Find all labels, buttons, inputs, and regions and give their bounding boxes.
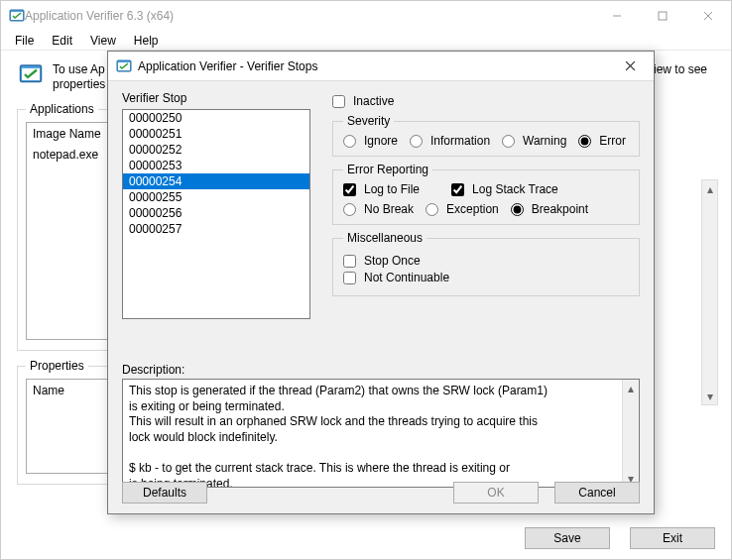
stop-option[interactable]: 00000256	[123, 205, 309, 221]
dialog-close-button[interactable]	[608, 53, 652, 80]
miscellaneous-group: Miscellaneous Stop Once Not Continuable	[332, 231, 640, 296]
applications-legend: Applications	[26, 102, 98, 116]
save-button[interactable]: Save	[525, 527, 610, 549]
no-break-label: No Break	[364, 202, 414, 216]
stop-option[interactable]: 00000257	[123, 221, 309, 237]
description-text: This stop is generated if the thread (Pa…	[123, 380, 622, 487]
properties-header: Name	[33, 384, 64, 397]
description-scrollbar[interactable]: ▴ ▾	[622, 380, 639, 487]
severity-ignore-label: Ignore	[364, 134, 398, 148]
cancel-button[interactable]: Cancel	[554, 482, 640, 504]
log-stack-trace-checkbox[interactable]	[451, 183, 464, 196]
stop-option-selected[interactable]: 00000254	[123, 173, 309, 189]
log-stack-trace-label: Log Stack Trace	[472, 182, 558, 196]
not-continuable-checkbox[interactable]	[343, 272, 356, 284]
severity-information-radio[interactable]	[410, 135, 423, 148]
stop-option[interactable]: 00000251	[123, 126, 309, 142]
svg-rect-2	[659, 12, 667, 20]
severity-group: Severity Ignore Information Warning Erro…	[332, 114, 640, 157]
dialog-app-icon	[116, 58, 132, 74]
severity-error-radio[interactable]	[578, 135, 591, 148]
scroll-down-icon[interactable]: ▾	[702, 388, 717, 404]
exception-label: Exception	[446, 202, 499, 216]
close-button[interactable]	[685, 1, 731, 31]
app-icon	[9, 8, 25, 24]
exception-radio[interactable]	[426, 203, 438, 216]
miscellaneous-legend: Miscellaneous	[343, 231, 427, 245]
info-app-icon	[19, 62, 43, 86]
description-box[interactable]: This stop is generated if the thread (Pa…	[122, 379, 640, 488]
properties-legend: Properties	[26, 359, 88, 373]
menu-edit[interactable]: Edit	[44, 32, 80, 50]
breakpoint-label: Breakpoint	[532, 202, 588, 216]
menubar: File Edit View Help	[1, 31, 731, 51]
stop-option[interactable]: 00000252	[123, 142, 309, 158]
verifier-stops-dialog: Application Verifier - Verifier Stops Ve…	[107, 51, 655, 514]
stop-once-label: Stop Once	[364, 254, 421, 268]
inactive-checkbox[interactable]	[332, 95, 345, 108]
log-to-file-checkbox[interactable]	[343, 183, 356, 196]
inactive-label: Inactive	[353, 94, 394, 108]
severity-information-label: Information	[430, 134, 490, 148]
breakpoint-radio[interactable]	[511, 203, 524, 216]
stop-option[interactable]: 00000255	[123, 189, 309, 205]
dialog-titlebar: Application Verifier - Verifier Stops	[108, 52, 654, 81]
severity-ignore-radio[interactable]	[343, 135, 356, 148]
verifier-stop-list[interactable]: 00000250 00000251 00000252 00000253 0000…	[122, 109, 310, 319]
description-label: Description:	[122, 363, 184, 377]
severity-error-label: Error	[599, 134, 626, 148]
info-text-line1: To use Ap	[53, 62, 105, 76]
scroll-up-icon[interactable]: ▴	[702, 180, 717, 197]
stop-option[interactable]: 00000253	[123, 158, 309, 173]
menu-view[interactable]: View	[82, 32, 124, 50]
close-icon	[625, 60, 636, 71]
menu-file[interactable]: File	[7, 32, 42, 50]
severity-warning-label: Warning	[523, 134, 566, 148]
not-continuable-label: Not Continuable	[364, 271, 449, 284]
main-titlebar: Application Verifier 6.3 (x64)	[1, 1, 731, 31]
stop-option[interactable]: 00000250	[123, 110, 309, 126]
menu-help[interactable]: Help	[126, 32, 167, 50]
defaults-button[interactable]: Defaults	[122, 482, 207, 504]
severity-warning-radio[interactable]	[502, 135, 515, 148]
maximize-button[interactable]	[640, 1, 685, 31]
minimize-button[interactable]	[594, 1, 640, 31]
scroll-up-icon[interactable]: ▴	[623, 380, 639, 396]
dialog-title: Application Verifier - Verifier Stops	[138, 59, 317, 73]
tests-scrollbar[interactable]: ▴ ▾	[701, 179, 721, 405]
error-reporting-group: Error Reporting Log to File Log Stack Tr…	[332, 163, 640, 225]
log-to-file-label: Log to File	[364, 182, 420, 196]
main-title: Application Verifier 6.3 (x64)	[25, 9, 174, 23]
error-reporting-legend: Error Reporting	[343, 163, 432, 176]
no-break-radio[interactable]	[343, 203, 356, 216]
exit-button[interactable]: Exit	[630, 527, 715, 549]
severity-legend: Severity	[343, 114, 394, 128]
info-text-line2: properties	[53, 77, 105, 91]
ok-button[interactable]: OK	[453, 482, 539, 504]
stop-once-checkbox[interactable]	[343, 255, 356, 268]
